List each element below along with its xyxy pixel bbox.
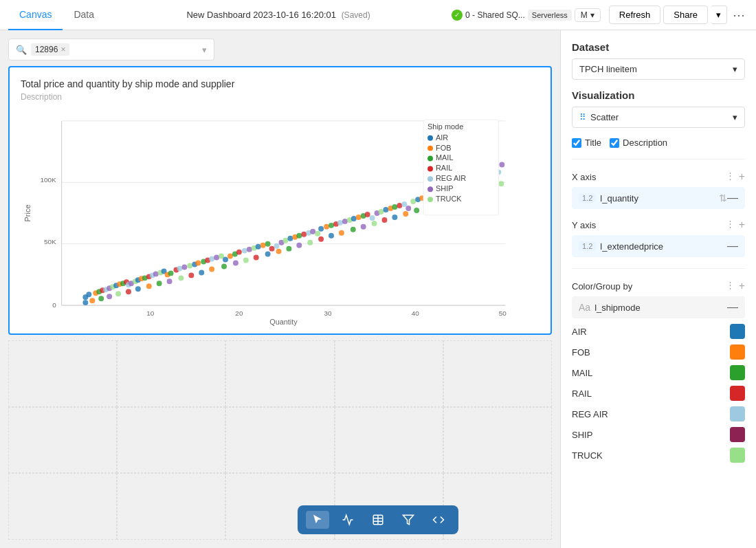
color-swatch-ship[interactable] [730,427,745,442]
x-axis-field-name: l_quantity [600,193,719,204]
tab-canvas[interactable]: Canvas [8,0,63,30]
chart-description: Description [21,92,540,102]
viz-dropdown[interactable]: ⠿ Scatter ▾ [572,107,745,128]
svg-text:RAIL: RAIL [436,164,452,172]
y-axis-type: 1.2 [579,241,596,251]
color-swatch-air[interactable] [730,324,745,339]
dashboard-title: New Dashboard 2023-10-16 16:20:01 (Saved… [105,10,452,20]
svg-point-154 [498,181,504,186]
filter-bar[interactable]: 🔍 12896 × ▾ [8,39,214,61]
svg-point-120 [135,286,141,292]
chart-container: 0 50K 100K 10 20 30 40 50 Price Quantity [21,107,540,328]
cluster-m-dropdown[interactable]: M ▾ [575,8,601,22]
filter-value: 12896 [35,45,58,54]
refresh-button[interactable]: Refresh [609,6,661,24]
svg-point-87 [383,207,389,212]
svg-point-49 [209,256,214,262]
color-item-regair: REG AIR [572,406,745,421]
color-item-label-regair: REG AIR [572,409,608,419]
color-swatch-fob[interactable] [730,344,745,360]
color-swatch-mail[interactable] [730,365,745,380]
color-item-air: AIR [572,324,745,339]
svg-point-131 [254,255,259,261]
svg-point-60 [260,243,266,248]
x-axis-more-icon[interactable]: ⋮ [726,171,735,183]
x-axis-actions: ⋮ + [726,171,745,183]
svg-text:REG AIR: REG AIR [436,174,466,182]
title-checkbox[interactable] [572,138,581,148]
filter-close-icon[interactable]: × [60,45,65,54]
svg-point-129 [233,261,238,266]
dataset-chevron-icon: ▾ [733,64,737,74]
y-axis-remove-button[interactable]: — [727,240,738,252]
color-group-field: Aa l_shipmode — [572,296,745,318]
svg-point-53 [227,254,233,259]
y-axis-more-icon[interactable]: ⋮ [726,219,735,231]
grid-cell [225,340,334,407]
svg-point-80 [351,216,357,221]
tab-data[interactable]: Data [63,0,105,30]
color-item-label-mail: MAIL [572,368,592,378]
grid-cell [335,340,443,407]
visualization-section-title: Visualization [572,89,745,101]
svg-point-72 [315,231,320,237]
svg-point-113 [499,162,504,167]
color-group-label: Color/Group by [572,281,632,292]
color-swatch-regair[interactable] [730,406,745,421]
color-group-add-icon[interactable]: + [739,280,745,292]
color-item-rail: RAIL [572,386,745,401]
color-swatch-rail[interactable] [730,386,745,401]
svg-text:100K: 100K [40,176,56,184]
y-axis-add-icon[interactable]: + [739,219,745,231]
canvas-empty-grid [8,340,552,540]
svg-text:SHIP: SHIP [436,184,453,193]
grid-cell [8,473,117,540]
filter-chevron-icon[interactable]: ▾ [202,45,207,55]
color-group-remove-button[interactable]: — [727,301,738,314]
toolbar-select-button[interactable] [306,511,329,529]
svg-point-74 [324,224,329,230]
svg-text:FOB: FOB [436,144,451,152]
scatter-icon: ⠿ [579,112,586,122]
grid-cell [117,340,225,407]
description-label: Description [623,138,667,148]
x-axis-sort-icon[interactable]: ⇅ [719,193,727,204]
x-axis-add-icon[interactable]: + [739,171,745,183]
chart-card: Total price and quantity by ship mode an… [8,66,552,335]
svg-point-165 [427,176,433,182]
color-group-section: Color/Group by ⋮ + Aa l_shipmode — AIR F… [572,280,745,463]
svg-point-90 [397,203,402,208]
toolbar-chart-button[interactable] [336,511,359,529]
dataset-dropdown[interactable]: TPCH lineitem ▾ [572,58,745,80]
right-panel: Dataset TPCH lineitem ▾ Visualization ⠿ … [560,30,756,548]
toolbar-table-button[interactable] [366,511,390,529]
grid-cell [225,407,334,474]
color-item-label-truck: TRUCK [572,450,603,461]
x-axis-remove-button[interactable]: — [727,192,738,204]
color-item-label-air: AIR [572,327,587,337]
svg-text:50: 50 [499,309,507,317]
svg-point-73 [318,226,324,232]
color-group-more-icon[interactable]: ⋮ [726,280,735,292]
svg-point-117 [107,294,112,299]
svg-point-124 [178,275,184,281]
share-dropdown-button[interactable]: ▾ [711,6,727,24]
share-button[interactable]: Share [663,6,708,24]
description-checkbox[interactable] [610,138,619,148]
svg-point-44 [187,263,192,268]
grid-cell [443,473,552,540]
x-axis-field: 1.2 l_quantity ⇅ — [572,187,745,209]
color-swatch-truck[interactable] [730,448,745,463]
x-axis-label: X axis [572,172,596,182]
svg-point-135 [296,243,302,248]
svg-text:Ship mode: Ship mode [427,122,463,131]
toolbar-code-button[interactable] [427,511,450,529]
toolbar-filter-button[interactable] [397,511,420,529]
more-options-button[interactable]: ⋯ [730,8,748,23]
svg-point-89 [392,204,397,210]
svg-text:Price: Price [23,205,32,222]
dataset-value: TPCH lineitem [579,64,637,74]
color-item-label-rail: RAIL [572,388,592,399]
svg-point-114 [82,300,88,305]
grid-cell [8,340,117,407]
